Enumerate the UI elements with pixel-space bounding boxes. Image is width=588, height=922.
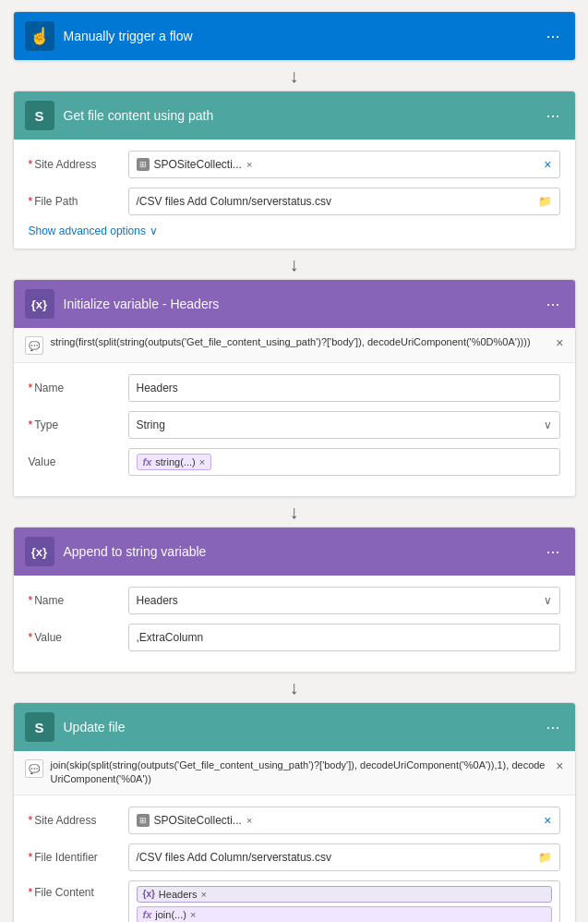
- arrow-2: ↓: [290, 249, 299, 279]
- append-var-name-value: Headers: [137, 594, 178, 607]
- file-identifier-browse-icon[interactable]: 📁: [538, 851, 552, 864]
- init-var-name-value: Headers: [137, 382, 178, 394]
- append-var-header: {x} Append to string variable ···: [14, 528, 575, 576]
- trigger-title: Manually trigger a flow: [64, 29, 534, 43]
- init-var-type-field[interactable]: String ∨: [128, 411, 560, 439]
- update-file-header: S Update file ···: [14, 703, 575, 751]
- append-var-body: *Name Headers ∨ *Value ,ExtraColumn: [14, 576, 575, 672]
- trigger-card: ☝ Manually trigger a flow ···: [13, 11, 576, 61]
- get-file-header: S Get file content using path ···: [14, 91, 575, 140]
- get-file-icon: S: [25, 101, 54, 130]
- append-var-value-row: *Value ,ExtraColumn: [29, 624, 560, 651]
- file-path-field[interactable]: /CSV files Add Column/serverstatus.csv 📁: [128, 188, 560, 215]
- init-var-title: Initialize variable - Headers: [64, 297, 534, 311]
- init-var-icon: {x}: [25, 289, 54, 319]
- update-expr-icon: 💬: [25, 759, 43, 778]
- init-var-fx-value: string(...): [155, 456, 195, 467]
- file-path-value: /CSV files Add Column/serverstatus.csv: [137, 195, 331, 208]
- type-chevron-icon: ∨: [544, 419, 552, 431]
- init-var-expression-clear[interactable]: ×: [556, 335, 563, 350]
- file-identifier-row: *File Identifier /CSV files Add Column/s…: [29, 843, 560, 871]
- get-file-body: *Site Address ⊞ SPOSiteCollecti... × × *…: [14, 140, 575, 249]
- update-file-menu-button[interactable]: ···: [542, 718, 563, 737]
- flow-container: ☝ Manually trigger a flow ··· ↓ S Get fi…: [11, 11, 577, 922]
- update-file-expression-bar: 💬 join(skip(split(string(outputs('Get_fi…: [14, 751, 575, 795]
- update-site-address-remove[interactable]: ×: [544, 813, 551, 828]
- update-site-tag-icon: ⊞: [137, 814, 150, 827]
- file-path-browse-icon[interactable]: 📁: [538, 195, 552, 208]
- append-var-value-field[interactable]: ,ExtraColumn: [128, 624, 560, 651]
- arrow-1: ↓: [290, 61, 299, 91]
- site-address-clear[interactable]: ×: [246, 159, 252, 170]
- file-content-field[interactable]: {x} Headers × fx join(...) ×: [128, 880, 560, 922]
- chevron-down-icon: ∨: [150, 224, 158, 237]
- get-file-title: Get file content using path: [64, 108, 534, 123]
- init-var-menu-button[interactable]: ···: [542, 295, 563, 314]
- append-var-value-text: ,ExtraColumn: [137, 631, 204, 644]
- update-file-card: S Update file ··· 💬 join(skip(split(stri…: [13, 702, 576, 922]
- init-var-name-field[interactable]: Headers: [128, 374, 560, 402]
- site-tag-icon: ⊞: [137, 158, 150, 171]
- site-address-label: *Site Address: [29, 158, 121, 171]
- trigger-menu-button[interactable]: ···: [542, 27, 563, 46]
- init-var-name-label: *Name: [29, 382, 121, 394]
- file-identifier-field[interactable]: /CSV files Add Column/serverstatus.csv 📁: [128, 843, 560, 871]
- file-content-row: *File Content {x} Headers × fx join(...)…: [29, 880, 560, 922]
- fx-icon: fx: [143, 456, 152, 467]
- init-var-value-row: Value fx string(...) ×: [29, 448, 560, 476]
- site-address-field[interactable]: ⊞ SPOSiteCollecti... × ×: [128, 151, 560, 178]
- init-var-value-field[interactable]: fx string(...) ×: [128, 448, 560, 476]
- append-name-chevron-icon: ∨: [544, 594, 552, 607]
- arrow-4: ↓: [290, 673, 299, 702]
- update-file-expression-clear[interactable]: ×: [556, 758, 563, 773]
- append-var-title: Append to string variable: [64, 544, 534, 559]
- append-var-value-label: *Value: [29, 631, 121, 644]
- site-address-value: SPOSiteCollecti...: [154, 158, 242, 171]
- file-content-fx-icon: fx: [143, 909, 152, 920]
- update-site-address-label: *Site Address: [29, 814, 121, 827]
- file-content-fx-tag: fx join(...) ×: [137, 906, 552, 922]
- init-var-card: {x} Initialize variable - Headers ··· 💬 …: [13, 279, 576, 497]
- init-var-name-row: *Name Headers: [29, 374, 560, 402]
- file-content-var-tag: {x} Headers ×: [137, 886, 552, 903]
- init-var-expression: string(first(split(string(outputs('Get_f…: [51, 335, 549, 349]
- init-var-header: {x} Initialize variable - Headers ···: [14, 280, 575, 328]
- init-var-type-label: *Type: [29, 419, 121, 431]
- file-identifier-label: *File Identifier: [29, 851, 121, 864]
- get-file-menu-button[interactable]: ···: [542, 106, 563, 126]
- init-var-value-label: Value: [29, 455, 121, 468]
- init-var-type-value: String: [137, 419, 165, 431]
- init-var-type-row: *Type String ∨: [29, 411, 560, 439]
- site-address-row: *Site Address ⊞ SPOSiteCollecti... × ×: [29, 151, 560, 178]
- file-content-label: *File Content: [29, 880, 121, 899]
- append-var-name-field[interactable]: Headers ∨: [128, 587, 560, 614]
- site-address-remove[interactable]: ×: [544, 157, 551, 172]
- append-var-name-label: *Name: [29, 594, 121, 607]
- get-file-card: S Get file content using path ··· *Site …: [13, 91, 576, 249]
- append-var-name-row: *Name Headers ∨: [29, 587, 560, 614]
- file-path-row: *File Path /CSV files Add Column/servers…: [29, 188, 560, 215]
- file-content-var-clear[interactable]: ×: [200, 889, 206, 900]
- update-file-expression: join(skip(split(string(outputs('Get_file…: [51, 758, 549, 787]
- arrow-3: ↓: [290, 497, 299, 527]
- update-file-title: Update file: [64, 720, 534, 734]
- update-file-icon: S: [25, 712, 54, 742]
- file-content-fx-clear[interactable]: ×: [190, 909, 196, 920]
- init-var-expression-bar: 💬 string(first(split(string(outputs('Get…: [14, 328, 575, 363]
- file-content-fx-value: join(...): [155, 909, 186, 920]
- trigger-icon: ☝: [25, 21, 54, 51]
- var-icon: {x}: [143, 889, 155, 899]
- append-var-icon: {x}: [25, 537, 54, 566]
- init-var-fx-clear[interactable]: ×: [199, 456, 205, 467]
- append-var-card: {x} Append to string variable ··· *Name …: [13, 527, 576, 673]
- update-site-address-clear[interactable]: ×: [246, 815, 252, 826]
- show-advanced-button[interactable]: Show advanced options ∨: [29, 224, 560, 237]
- file-content-var-value: Headers: [159, 889, 198, 900]
- update-site-address-value: SPOSiteCollecti...: [154, 814, 242, 827]
- append-var-menu-button[interactable]: ···: [542, 542, 563, 562]
- update-site-address-row: *Site Address ⊞ SPOSiteCollecti... × ×: [29, 807, 560, 834]
- update-file-body: *Site Address ⊞ SPOSiteCollecti... × × *…: [14, 795, 575, 922]
- init-var-body: *Name Headers *Type String ∨ Value: [14, 363, 575, 496]
- expr-icon: 💬: [25, 336, 43, 355]
- update-site-address-field[interactable]: ⊞ SPOSiteCollecti... × ×: [128, 807, 560, 834]
